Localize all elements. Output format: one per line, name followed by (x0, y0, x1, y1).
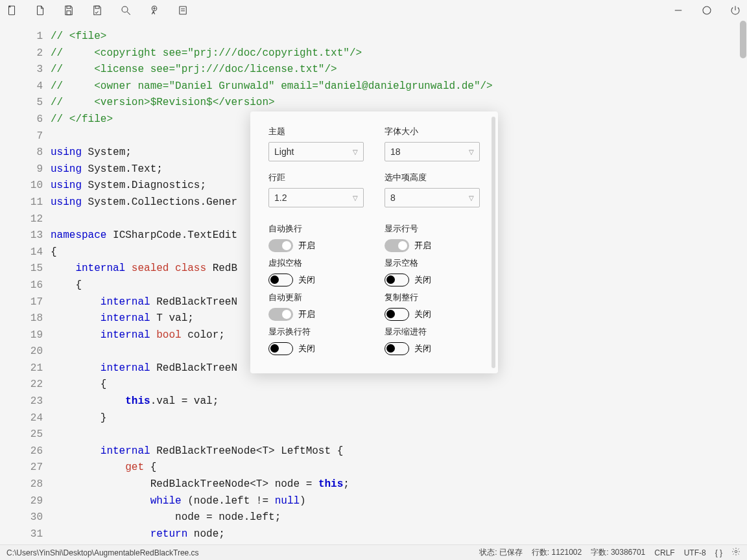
code-line[interactable]: // <version>$Revision$</version> (51, 95, 747, 111)
toggle-status: 开启 (298, 309, 315, 320)
code-line[interactable]: // <license see="prj:///doc/license.txt"… (51, 62, 747, 78)
line-number: 5 (0, 95, 43, 111)
selheight-value: 8 (390, 192, 396, 203)
toggle-label: 显示换行符 (268, 326, 364, 338)
line-number: 26 (0, 443, 43, 460)
toggle-label: 自动更新 (268, 292, 364, 303)
line-number: 30 (0, 509, 43, 526)
toggle-switch[interactable] (268, 274, 293, 286)
chevron-down-icon: ▽ (353, 194, 358, 202)
translate-icon[interactable] (148, 4, 161, 17)
code-line[interactable]: } (51, 410, 747, 427)
line-number: 28 (0, 476, 43, 493)
svg-rect-1 (67, 6, 71, 8)
status-bar: C:\Users\YinShi\Desktop\AugmentableRedBl… (0, 544, 747, 560)
line-number: 25 (0, 426, 43, 443)
popup-scrollbar[interactable] (492, 117, 495, 368)
code-line[interactable]: // <copyright see="prj:///doc/copyright.… (51, 45, 747, 62)
toggle-label: 显示空格 (385, 257, 480, 269)
line-number: 23 (0, 393, 43, 410)
reader-icon[interactable] (176, 4, 189, 17)
settings-popup: 主题 Light ▽ 字体大小 18 ▽ 行距 1.2 ▽ (250, 111, 498, 373)
toggle-label: 虚拟空格 (268, 257, 364, 269)
line-number: 29 (0, 493, 43, 510)
line-number: 7 (0, 128, 43, 145)
svg-rect-3 (95, 6, 99, 8)
chevron-down-icon: ▽ (353, 148, 358, 156)
toolbar (0, 0, 747, 21)
code-line[interactable]: // <owner name="Daniel Grunwald" email="… (51, 78, 747, 95)
line-number: 18 (0, 310, 43, 327)
line-number: 11 (0, 194, 43, 211)
selheight-label: 选中项高度 (385, 172, 480, 183)
power-icon[interactable] (729, 4, 742, 17)
toggle-switch[interactable] (385, 342, 409, 355)
line-number: 12 (0, 211, 43, 228)
line-number: 2 (0, 45, 43, 62)
code-line[interactable]: node = node.left; (51, 509, 747, 526)
chevron-down-icon: ▽ (469, 148, 474, 156)
line-number: 13 (0, 228, 43, 244)
code-line[interactable]: // <file> (51, 29, 747, 45)
lineheight-select[interactable]: 1.2 ▽ (268, 188, 364, 207)
toggle-label: 自动换行 (268, 223, 364, 235)
toggle-switch[interactable] (268, 239, 293, 252)
code-line[interactable]: return node; (51, 526, 747, 543)
line-number: 10 (0, 178, 43, 194)
svg-point-8 (735, 550, 737, 553)
open-file-icon[interactable] (34, 4, 47, 17)
theme-select[interactable]: Light ▽ (268, 142, 364, 161)
toggle-switch[interactable] (385, 274, 409, 286)
file-path: C:\Users\YinShi\Desktop\AugmentableRedBl… (6, 548, 199, 557)
status-encoding[interactable]: UTF-8 (684, 548, 706, 557)
toggle-status: 关闭 (298, 343, 315, 355)
line-number: 27 (0, 460, 43, 476)
toggle-switch[interactable] (385, 239, 409, 252)
fontsize-select[interactable]: 18 ▽ (385, 142, 480, 161)
line-number: 6 (0, 111, 43, 128)
new-file-icon[interactable] (5, 4, 18, 17)
search-icon[interactable] (119, 4, 132, 17)
line-number: 3 (0, 62, 43, 78)
code-line[interactable]: { (51, 377, 747, 393)
theme-label: 主题 (268, 126, 364, 137)
status-braces: { } (715, 548, 722, 557)
chevron-down-icon: ▽ (469, 194, 474, 202)
toggle-switch[interactable] (268, 308, 293, 321)
toggle-label: 复制整行 (385, 292, 480, 303)
minimize-icon[interactable] (672, 4, 685, 17)
scrollbar-thumb[interactable] (740, 21, 746, 58)
code-line[interactable]: this.val = val; (51, 393, 747, 410)
line-number-gutter: 1234567891011121314151617181920212223242… (0, 21, 51, 544)
line-number: 8 (0, 145, 43, 161)
theme-value: Light (274, 146, 294, 157)
toggle-switch[interactable] (268, 342, 293, 355)
toggle-status: 关闭 (298, 274, 315, 286)
code-line[interactable] (51, 426, 747, 443)
code-line[interactable]: internal RedBlackTreeNode<T> LeftMost { (51, 443, 747, 460)
fontsize-value: 18 (390, 146, 401, 157)
svg-rect-6 (180, 6, 187, 14)
restore-icon[interactable] (700, 4, 713, 17)
status-eol[interactable]: CRLF (654, 548, 674, 557)
toggle-switch[interactable] (385, 308, 409, 321)
vertical-scrollbar[interactable] (739, 21, 747, 544)
save-all-icon[interactable] (91, 4, 104, 17)
code-line[interactable]: get { (51, 460, 747, 476)
selheight-select[interactable]: 8 ▽ (385, 188, 480, 207)
line-number: 19 (0, 327, 43, 344)
line-number: 22 (0, 377, 43, 393)
code-line[interactable]: while (node.left != null) (51, 493, 747, 510)
line-number: 20 (0, 344, 43, 360)
code-line[interactable]: RedBlackTreeNode<T> node = this; (51, 476, 747, 493)
gear-icon[interactable] (731, 547, 741, 558)
line-number: 31 (0, 526, 43, 543)
line-number: 15 (0, 261, 43, 277)
save-file-icon[interactable] (62, 4, 75, 17)
toggle-status: 关闭 (414, 309, 431, 320)
toggle-status: 关闭 (414, 343, 431, 355)
svg-point-4 (122, 6, 128, 12)
line-number: 9 (0, 161, 43, 178)
toggle-status: 开启 (298, 240, 315, 251)
toggle-status: 开启 (414, 240, 431, 251)
